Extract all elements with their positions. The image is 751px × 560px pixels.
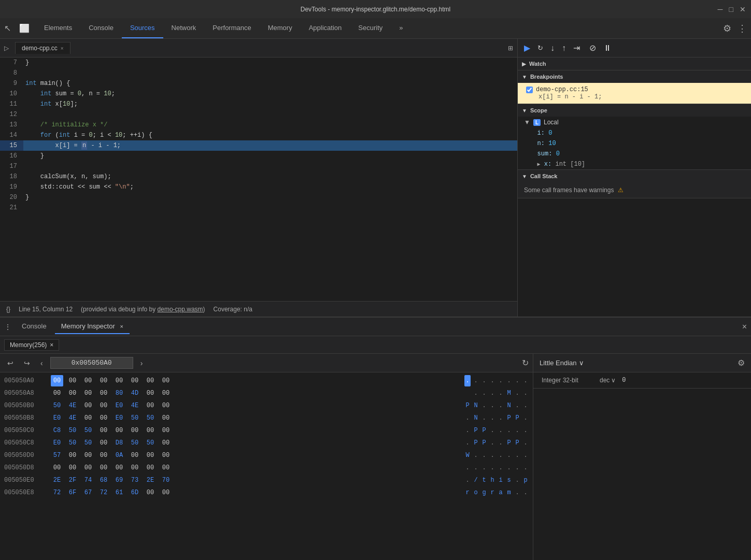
ascii-char[interactable]: /	[473, 475, 479, 486]
hex-byte[interactable]: 50	[144, 437, 157, 449]
ascii-char[interactable]: .	[489, 437, 495, 449]
ascii-char[interactable]: .	[498, 400, 504, 411]
next-page-button[interactable]: ›	[137, 358, 146, 368]
ascii-char[interactable]: i	[498, 475, 504, 486]
hex-byte[interactable]: 50	[129, 412, 141, 424]
hex-byte[interactable]: 72	[97, 487, 110, 498]
hex-byte[interactable]: 00	[66, 387, 79, 399]
hex-byte[interactable]: C8	[51, 425, 63, 436]
ascii-char[interactable]: .	[481, 412, 487, 424]
hex-byte[interactable]: 4E	[129, 400, 141, 411]
ascii-char[interactable]: .	[473, 375, 479, 386]
ascii-char[interactable]: P	[506, 437, 512, 449]
hex-byte[interactable]: 00	[97, 437, 110, 449]
prev-page-button[interactable]: ‹	[37, 358, 46, 368]
ascii-char[interactable]: .	[481, 462, 487, 473]
ascii-char[interactable]: .	[498, 425, 504, 436]
hex-byte[interactable]: 00	[97, 462, 110, 473]
history-back-button[interactable]: ↩	[4, 358, 17, 368]
hex-byte[interactable]: 4D	[129, 387, 141, 399]
ascii-char[interactable]: .	[481, 375, 487, 386]
memory-256-tab[interactable]: Memory(256) ×	[4, 339, 59, 351]
hex-byte[interactable]: E0	[51, 412, 63, 424]
ascii-char[interactable]: .	[473, 387, 479, 399]
call-stack-header[interactable]: ▼ Call Stack	[518, 170, 751, 182]
ascii-char[interactable]: .	[489, 425, 495, 436]
memory-tab-close[interactable]: ×	[50, 341, 53, 349]
hex-byte[interactable]: 50	[82, 437, 94, 449]
breakpoints-header[interactable]: ▼ Breakpoints	[518, 70, 751, 83]
ascii-char[interactable]: .	[514, 375, 520, 386]
ascii-char[interactable]: .	[489, 400, 495, 411]
tab-memory[interactable]: Memory	[260, 18, 301, 38]
hex-byte[interactable]: 6F	[66, 487, 79, 498]
hex-byte[interactable]: 00	[160, 487, 172, 498]
hex-byte[interactable]: 00	[51, 387, 63, 399]
hex-byte[interactable]: 4E	[66, 400, 79, 411]
hex-byte[interactable]: 00	[160, 375, 172, 386]
tab-security[interactable]: Security	[350, 18, 391, 38]
ascii-char[interactable]: .	[506, 462, 512, 473]
ascii-char[interactable]: o	[473, 487, 479, 498]
hex-byte[interactable]: E0	[113, 412, 125, 424]
hex-byte[interactable]: 0A	[113, 450, 125, 461]
watch-header[interactable]: ▶ Watch	[518, 58, 751, 70]
ascii-char[interactable]: .	[522, 375, 529, 386]
hex-byte[interactable]: 74	[82, 475, 94, 486]
ascii-char[interactable]: .	[514, 450, 520, 461]
breakpoint-item[interactable]: demo-cpp.cc:15 x[i] = n - i - 1;	[518, 83, 751, 104]
hex-byte[interactable]: 00	[129, 450, 141, 461]
pause-button[interactable]: ⏸	[601, 42, 614, 54]
hex-byte[interactable]: 4E	[66, 412, 79, 424]
hex-byte[interactable]: 67	[82, 487, 94, 498]
ascii-char[interactable]: .	[498, 462, 504, 473]
close-button[interactable]: ✕	[740, 5, 746, 13]
close-all-tabs-button[interactable]: ×	[742, 322, 747, 332]
settings-icon[interactable]: ⚙	[723, 23, 731, 34]
console-tab[interactable]: Console	[16, 319, 53, 334]
endian-select[interactable]: Little Endian ∨	[540, 359, 584, 367]
hex-byte[interactable]: 50	[82, 425, 94, 436]
tab-application[interactable]: Application	[301, 18, 350, 38]
ascii-char[interactable]: .	[522, 437, 529, 449]
hex-byte[interactable]: 00	[113, 425, 125, 436]
hex-byte[interactable]: 50	[66, 437, 79, 449]
ascii-char[interactable]: .	[514, 475, 520, 486]
cursor-icon[interactable]: ↖	[4, 23, 11, 33]
tab-performance[interactable]: Performance	[204, 18, 259, 38]
hex-byte[interactable]: 6D	[129, 487, 141, 498]
ascii-char[interactable]: W	[464, 450, 471, 461]
hex-byte[interactable]: 00	[113, 462, 125, 473]
ascii-char[interactable]: P	[473, 425, 479, 436]
hex-byte[interactable]: 72	[51, 487, 63, 498]
hex-byte[interactable]: 00	[82, 450, 94, 461]
ascii-char[interactable]: .	[514, 425, 520, 436]
hex-byte[interactable]: 00	[144, 450, 157, 461]
refresh-button[interactable]: ↻	[522, 358, 529, 368]
maximize-button[interactable]: □	[729, 5, 733, 13]
format-select[interactable]: dec ∨	[600, 377, 616, 384]
hex-byte[interactable]: 2F	[66, 475, 79, 486]
ascii-char[interactable]: N	[473, 412, 479, 424]
ascii-char[interactable]: .	[498, 375, 504, 386]
wasm-link[interactable]: demo-cpp.wasm	[158, 306, 203, 313]
hex-byte[interactable]: 00	[160, 412, 172, 424]
hex-byte[interactable]: 2E	[51, 475, 63, 486]
address-input[interactable]	[50, 357, 133, 369]
tab-sources[interactable]: Sources	[122, 18, 163, 38]
ascii-char[interactable]: .	[489, 375, 495, 386]
ascii-char[interactable]: P	[473, 437, 479, 449]
ascii-char[interactable]: m	[506, 487, 512, 498]
ascii-char[interactable]: P	[464, 400, 471, 411]
ascii-char[interactable]: .	[464, 462, 471, 473]
hex-byte[interactable]: 80	[113, 387, 125, 399]
breakpoint-checkbox[interactable]	[526, 87, 533, 93]
ascii-char[interactable]: .	[489, 450, 495, 461]
resume-button[interactable]: ▶	[522, 42, 532, 54]
ascii-char[interactable]: P	[506, 412, 512, 424]
more-options-icon[interactable]: ⋮	[738, 23, 747, 34]
hex-byte[interactable]: 50	[51, 400, 63, 411]
hex-byte[interactable]: 00	[144, 462, 157, 473]
ascii-char[interactable]: .	[514, 387, 520, 399]
ascii-char[interactable]: .	[522, 412, 529, 424]
